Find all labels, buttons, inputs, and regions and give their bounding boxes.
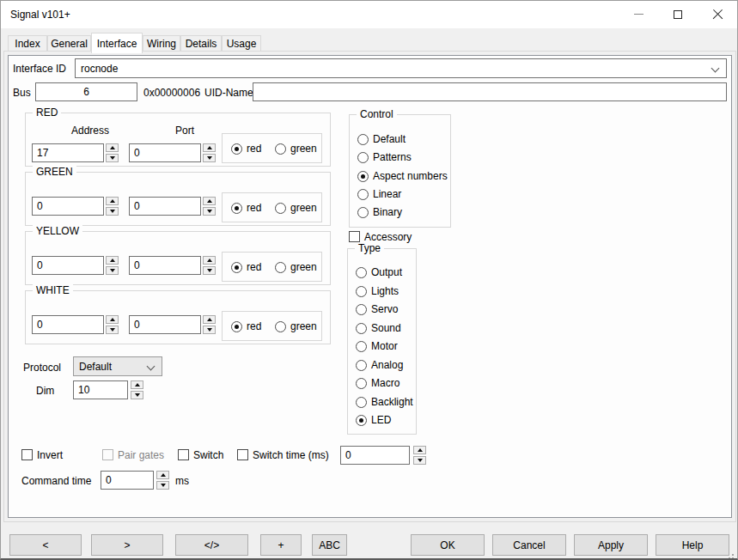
invert-checkbox[interactable] bbox=[21, 449, 33, 460]
type-servo-radio[interactable]: Servo bbox=[356, 302, 398, 316]
control-aspect-numbers-radio[interactable]: Aspect numbers bbox=[357, 169, 448, 183]
dim-field[interactable] bbox=[73, 380, 128, 399]
control-binary-radio[interactable]: Binary bbox=[357, 205, 402, 219]
port-column-label: Port bbox=[137, 125, 232, 137]
triangle-up-icon bbox=[207, 199, 212, 203]
xml-button[interactable]: </> bbox=[175, 534, 248, 556]
red-address-spinner bbox=[106, 143, 119, 162]
control-patterns-radio[interactable]: Patterns bbox=[357, 150, 412, 164]
spin-down-button[interactable] bbox=[106, 154, 119, 162]
interface-id-value: rocnode bbox=[81, 63, 118, 75]
green-port-field[interactable] bbox=[129, 197, 201, 216]
spin-down-button[interactable] bbox=[203, 154, 216, 162]
add-button[interactable]: + bbox=[260, 534, 302, 556]
spin-up-button[interactable] bbox=[106, 315, 119, 324]
apply-button[interactable]: Apply bbox=[574, 534, 648, 556]
green-gate-green-radio[interactable]: green bbox=[275, 201, 317, 215]
bus-field[interactable] bbox=[35, 82, 137, 101]
white-gate-green-radio[interactable]: green bbox=[275, 320, 317, 333]
spin-up-button[interactable] bbox=[106, 197, 119, 205]
red-gate-green-radio[interactable]: green bbox=[275, 142, 317, 155]
red-group: RED Address Port red green bbox=[25, 113, 331, 167]
white-gate-red-radio[interactable]: red bbox=[231, 320, 261, 333]
spin-up-button[interactable] bbox=[413, 446, 426, 454]
spin-up-button[interactable] bbox=[106, 143, 119, 152]
switch-time-field[interactable] bbox=[340, 446, 410, 465]
yellow-address-spinner bbox=[106, 256, 119, 275]
abc-button[interactable]: ABC bbox=[312, 534, 347, 556]
spin-up-button[interactable] bbox=[203, 315, 216, 324]
spin-up-button[interactable] bbox=[203, 256, 216, 265]
red-port-field[interactable] bbox=[129, 143, 201, 162]
ok-button[interactable]: OK bbox=[411, 534, 485, 556]
cancel-button[interactable]: Cancel bbox=[492, 534, 566, 556]
triangle-up-icon bbox=[207, 259, 212, 262]
switch-time-checkbox[interactable] bbox=[237, 449, 248, 460]
spin-down-button[interactable] bbox=[203, 266, 216, 275]
protocol-combobox[interactable]: Default bbox=[73, 356, 162, 376]
switch-checkbox[interactable] bbox=[178, 449, 189, 460]
spin-down-button[interactable] bbox=[203, 207, 216, 216]
control-linear-radio[interactable]: Linear bbox=[357, 187, 401, 201]
red-gate-red-radio[interactable]: red bbox=[231, 142, 261, 155]
control-group-title: Control bbox=[357, 108, 397, 120]
spin-down-button[interactable] bbox=[106, 207, 119, 216]
next-button[interactable]: > bbox=[91, 534, 163, 556]
spin-down-button[interactable] bbox=[106, 326, 119, 334]
spin-up-button[interactable] bbox=[156, 471, 169, 479]
type-output-radio[interactable]: Output bbox=[356, 265, 402, 279]
resize-grip[interactable] bbox=[725, 554, 727, 556]
spin-up-button[interactable] bbox=[203, 143, 216, 152]
triangle-down-icon bbox=[110, 210, 115, 213]
yellow-gate-red-radio[interactable]: red bbox=[231, 260, 261, 274]
protocol-value: Default bbox=[79, 361, 112, 373]
radio-icon bbox=[275, 203, 286, 214]
yellow-port-field[interactable] bbox=[129, 256, 201, 275]
spin-down-button[interactable] bbox=[413, 456, 426, 465]
radio-icon bbox=[356, 286, 367, 297]
uid-name-field[interactable] bbox=[253, 82, 727, 101]
radio-label: Motor bbox=[371, 340, 398, 352]
spin-up-button[interactable] bbox=[131, 380, 143, 389]
spin-up-button[interactable] bbox=[106, 256, 119, 265]
white-port-spinner bbox=[203, 315, 216, 334]
radio-label: Macro bbox=[371, 377, 399, 389]
green-gate-red-radio[interactable]: red bbox=[231, 201, 261, 215]
red-port-spinner bbox=[203, 143, 216, 162]
type-lights-radio[interactable]: Lights bbox=[356, 284, 399, 298]
spin-down-button[interactable] bbox=[106, 266, 119, 275]
control-default-radio[interactable]: Default bbox=[357, 132, 406, 146]
spin-down-button[interactable] bbox=[203, 326, 216, 334]
red-address-field[interactable] bbox=[32, 143, 104, 162]
white-address-field[interactable] bbox=[32, 315, 104, 334]
type-motor-radio[interactable]: Motor bbox=[356, 339, 398, 353]
radio-label: Backlight bbox=[371, 396, 413, 408]
radio-icon bbox=[275, 143, 286, 155]
spin-down-button[interactable] bbox=[131, 391, 143, 399]
type-backlight-radio[interactable]: Backlight bbox=[356, 395, 413, 409]
radio-icon bbox=[275, 262, 286, 273]
accessory-label: Accessory bbox=[364, 231, 412, 243]
yellow-address-field[interactable] bbox=[32, 256, 104, 275]
interface-id-label: Interface ID bbox=[13, 63, 66, 75]
radio-label: red bbox=[247, 320, 261, 332]
type-macro-radio[interactable]: Macro bbox=[356, 376, 399, 390]
spin-up-button[interactable] bbox=[203, 197, 216, 205]
type-sound-radio[interactable]: Sound bbox=[356, 321, 401, 335]
spin-down-button[interactable] bbox=[156, 481, 169, 490]
green-gate-box: red green bbox=[222, 192, 322, 222]
white-port-field[interactable] bbox=[129, 315, 201, 334]
triangle-up-icon bbox=[135, 383, 140, 387]
green-address-field[interactable] bbox=[32, 197, 104, 216]
yellow-gate-green-radio[interactable]: green bbox=[275, 260, 317, 274]
interface-id-combobox[interactable]: rocnode bbox=[75, 58, 727, 78]
accessory-checkbox[interactable] bbox=[349, 231, 360, 242]
type-led-radio[interactable]: LED bbox=[356, 413, 391, 427]
radio-icon bbox=[356, 360, 367, 371]
type-analog-radio[interactable]: Analog bbox=[356, 358, 403, 372]
invert-label: Invert bbox=[37, 449, 63, 461]
command-time-field[interactable] bbox=[101, 471, 154, 490]
help-button[interactable]: Help bbox=[656, 534, 729, 556]
yellow-group: YELLOW red green bbox=[25, 231, 331, 285]
prev-button[interactable]: < bbox=[9, 534, 82, 556]
